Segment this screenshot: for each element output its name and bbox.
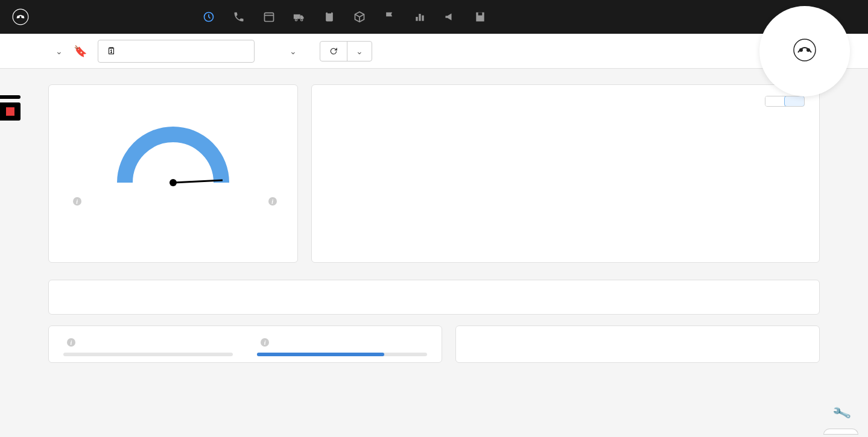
wrench-icon[interactable]: 🔧 — [831, 403, 852, 424]
info-icon[interactable]: i — [261, 338, 269, 347]
booking-rate-bar — [63, 353, 233, 356]
chevron-down-icon: ⌄ — [290, 46, 297, 56]
svg-point-18 — [806, 48, 810, 52]
nav-calendar-icon[interactable] — [263, 11, 275, 23]
svg-point-8 — [301, 19, 303, 20]
svg-rect-12 — [419, 14, 420, 21]
bookmark-icon[interactable]: 🔖 — [74, 45, 87, 58]
nav-truck-icon[interactable] — [293, 11, 305, 23]
stop-record-button[interactable] — [0, 102, 21, 121]
brand-logo[interactable] — [12, 8, 34, 25]
nav-save-icon[interactable] — [474, 11, 486, 23]
top-nav — [0, 0, 868, 34]
business-units-selector[interactable]: ⌄ — [284, 46, 297, 56]
refresh-icon — [329, 46, 338, 56]
refresh-button[interactable] — [320, 42, 347, 61]
calendar-icon: 🗓 — [107, 46, 116, 57]
dashboard-selector[interactable]: ⌄ — [48, 46, 63, 56]
rates-card: i i — [48, 325, 442, 363]
svg-rect-13 — [422, 16, 423, 21]
go-live-badge[interactable] — [823, 429, 858, 435]
nav-megaphone-icon[interactable] — [444, 11, 456, 23]
svg-rect-15 — [478, 13, 483, 16]
svg-point-0 — [13, 9, 28, 25]
week-trend-toggle[interactable] — [784, 96, 805, 107]
logo-icon — [12, 8, 29, 25]
info-icon[interactable]: i — [268, 197, 277, 206]
month-trend-toggle[interactable] — [765, 96, 785, 106]
bottom-stats-card — [455, 325, 820, 363]
nav-clipboard-icon[interactable] — [323, 11, 335, 23]
chevron-down-icon: ⌄ — [55, 46, 63, 56]
trend-card — [311, 84, 820, 263]
svg-point-16 — [794, 39, 816, 61]
nav-chart-icon[interactable] — [414, 11, 426, 23]
svg-rect-9 — [326, 13, 333, 22]
svg-rect-10 — [328, 11, 332, 13]
svg-rect-4 — [265, 13, 274, 21]
date-range-input[interactable] — [124, 46, 246, 56]
trend-chart — [326, 114, 805, 247]
nav-phone-icon[interactable] — [233, 11, 245, 23]
stop-icon — [6, 107, 14, 116]
refresh-dropdown[interactable]: ⌄ — [347, 42, 372, 61]
info-icon[interactable]: i — [67, 338, 75, 347]
nav-flag-icon[interactable] — [384, 11, 396, 23]
nav-dashboard-icon[interactable] — [203, 11, 215, 23]
info-icon[interactable]: i — [73, 197, 81, 206]
timer-value — [0, 95, 21, 99]
filter-bar: ⌄ 🔖 🗓 ⌄ ⌄ — [0, 34, 868, 69]
svg-rect-6 — [294, 14, 300, 19]
conversion-rate-bar — [257, 353, 426, 356]
nav-box-icon[interactable] — [353, 11, 366, 23]
svg-point-1 — [17, 16, 20, 19]
recording-indicator — [0, 95, 21, 121]
svg-point-17 — [799, 48, 803, 52]
revenue-card: i i — [48, 84, 298, 263]
svg-point-2 — [21, 16, 24, 19]
svg-point-7 — [295, 19, 297, 20]
svg-rect-11 — [416, 17, 417, 21]
company-metrics-card — [48, 280, 820, 315]
revenue-gauge — [107, 110, 239, 189]
brand-watermark — [759, 6, 850, 96]
chevron-down-icon: ⌄ — [356, 46, 363, 56]
date-range-picker[interactable]: 🗓 — [98, 40, 255, 63]
